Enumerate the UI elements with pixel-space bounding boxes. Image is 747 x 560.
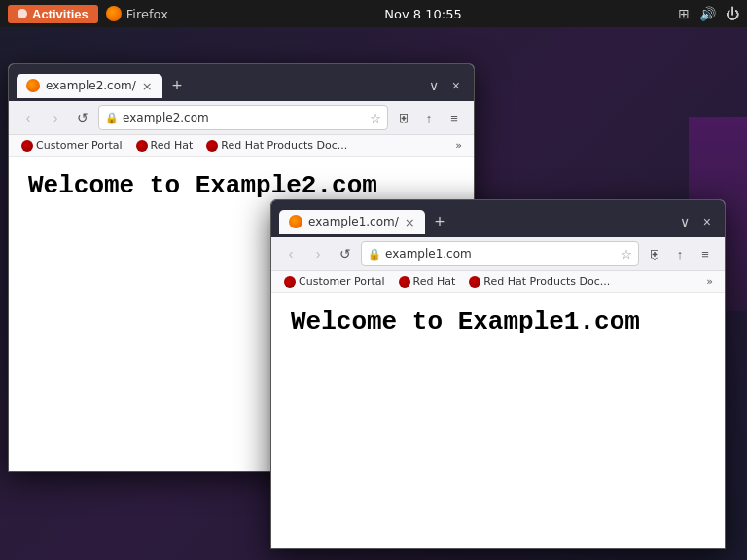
share-button-example2[interactable]: ↑	[417, 106, 441, 129]
address-bar-example2[interactable]: 🔒 example2.com ☆	[98, 105, 388, 130]
tab-bar-right-example2: ∨ ×	[423, 76, 466, 95]
bookmark-redhat-example2[interactable]: Red Hat	[131, 137, 198, 154]
top-bar-left: Activities Firefox	[8, 5, 168, 23]
nav-right-icons-example2: ⛨ ↑ ≡	[392, 106, 466, 129]
tab-bar-example1: example1.com/ × + ∨ ×	[271, 200, 725, 237]
bookmark-label-2-example2: Red Hat	[151, 139, 194, 152]
tab-list-button-example2[interactable]: ∨	[423, 76, 445, 95]
browser-window-example1: example1.com/ × + ∨ × ‹ › ↺ 🔒 example1.c…	[270, 199, 726, 549]
bookmark-favicon-2-example1	[399, 276, 410, 288]
firefox-label: Firefox	[126, 7, 168, 21]
power-icon[interactable]: ⏻	[726, 6, 739, 21]
bookmarks-bar-example1: Customer Portal Red Hat Red Hat Products…	[271, 271, 725, 293]
bookmark-favicon-1-example1	[284, 276, 296, 288]
tab-bar-right-example1: ∨ ×	[674, 212, 717, 231]
bookmark-star-example2[interactable]: ☆	[370, 111, 381, 125]
activities-label: Activities	[32, 7, 89, 21]
back-button-example1[interactable]: ‹	[279, 242, 302, 265]
bookmark-customer-portal-example2[interactable]: Customer Portal	[17, 137, 127, 154]
page-heading-example1: Welcome to Example1.com	[291, 307, 705, 336]
tab-title-example1: example1.com/	[308, 215, 399, 228]
bookmarks-bar-example2: Customer Portal Red Hat Red Hat Products…	[9, 135, 474, 157]
network-icon[interactable]: ⊞	[678, 6, 690, 21]
forward-button-example1[interactable]: ›	[306, 242, 330, 265]
bookmark-redhat-example1[interactable]: Red Hat	[394, 273, 461, 290]
bookmark-favicon-3-example2	[206, 140, 218, 152]
bookmark-label-2-example1: Red Hat	[413, 275, 456, 288]
tab-bar-example2: example2.com/ × + ∨ ×	[9, 64, 474, 101]
bookmark-favicon-3-example1	[469, 276, 480, 288]
close-window-button-example1[interactable]: ×	[697, 212, 717, 231]
reader-view-button-example1[interactable]: ⛨	[643, 242, 666, 265]
menu-button-example2[interactable]: ≡	[443, 106, 466, 129]
tab-close-example2[interactable]: ×	[142, 79, 153, 93]
volume-icon[interactable]: 🔊	[699, 6, 716, 21]
url-text-example1: example1.com	[385, 247, 617, 261]
datetime-display: Nov 8 10:55	[384, 7, 461, 21]
address-bar-example1[interactable]: 🔒 example1.com ☆	[361, 241, 639, 266]
url-text-example2: example2.com	[123, 111, 366, 124]
nav-bar-example1: ‹ › ↺ 🔒 example1.com ☆ ⛨ ↑ ≡	[271, 237, 725, 271]
tab-example1[interactable]: example1.com/ ×	[279, 210, 425, 234]
bookmark-favicon-1-example2	[21, 140, 33, 152]
close-window-button-example2[interactable]: ×	[446, 76, 466, 95]
lock-icon-example1: 🔒	[368, 248, 381, 261]
tab-favicon-example1	[289, 215, 302, 228]
top-bar: Activities Firefox Nov 8 10:55 ⊞ 🔊 ⏻	[0, 0, 747, 27]
reader-view-button-example2[interactable]: ⛨	[392, 106, 415, 129]
forward-button-example2[interactable]: ›	[44, 106, 67, 129]
lock-icon-example2: 🔒	[105, 112, 119, 124]
bookmark-label-1-example1: Customer Portal	[299, 275, 385, 288]
firefox-icon	[106, 6, 122, 21]
system-tray: ⊞ 🔊 ⏻	[678, 6, 739, 21]
bookmark-favicon-2-example2	[136, 140, 148, 152]
nav-bar-example2: ‹ › ↺ 🔒 example2.com ☆ ⛨ ↑ ≡	[9, 101, 474, 135]
reload-button-example2[interactable]: ↺	[71, 106, 94, 129]
share-button-example1[interactable]: ↑	[668, 242, 692, 265]
reload-button-example1[interactable]: ↺	[334, 242, 357, 265]
menu-button-example1[interactable]: ≡	[694, 242, 717, 265]
bookmark-redhat-products-example2[interactable]: Red Hat Products Doc...	[201, 137, 352, 154]
tab-list-button-example1[interactable]: ∨	[674, 212, 695, 231]
bookmark-label-3-example2: Red Hat Products Doc...	[221, 139, 347, 152]
tab-close-example1[interactable]: ×	[405, 215, 415, 229]
bookmark-customer-portal-example1[interactable]: Customer Portal	[279, 273, 390, 290]
page-heading-example2: Welcome to Example2.com	[28, 171, 454, 200]
tab-favicon-example2	[26, 79, 40, 92]
tab-title-example2: example2.com/	[46, 79, 136, 92]
bookmark-redhat-products-example1[interactable]: Red Hat Products Doc...	[464, 273, 615, 290]
activities-button[interactable]: Activities	[8, 5, 98, 23]
bookmarks-more-example1[interactable]: »	[702, 273, 717, 290]
page-content-example1: Welcome to Example1.com	[271, 293, 725, 548]
firefox-taskbar-item[interactable]: Firefox	[106, 6, 168, 21]
back-button-example2[interactable]: ‹	[17, 106, 40, 129]
bookmark-label-1-example2: Customer Portal	[36, 139, 123, 152]
new-tab-button-example2[interactable]: +	[166, 75, 189, 96]
bookmarks-more-example2[interactable]: »	[451, 137, 466, 154]
nav-right-icons-example1: ⛨ ↑ ≡	[643, 242, 717, 265]
bookmark-label-3-example1: Red Hat Products Doc...	[483, 275, 610, 288]
new-tab-button-example1[interactable]: +	[429, 211, 451, 232]
bookmark-star-example1[interactable]: ☆	[621, 247, 632, 262]
tab-example2[interactable]: example2.com/ ×	[17, 74, 162, 98]
